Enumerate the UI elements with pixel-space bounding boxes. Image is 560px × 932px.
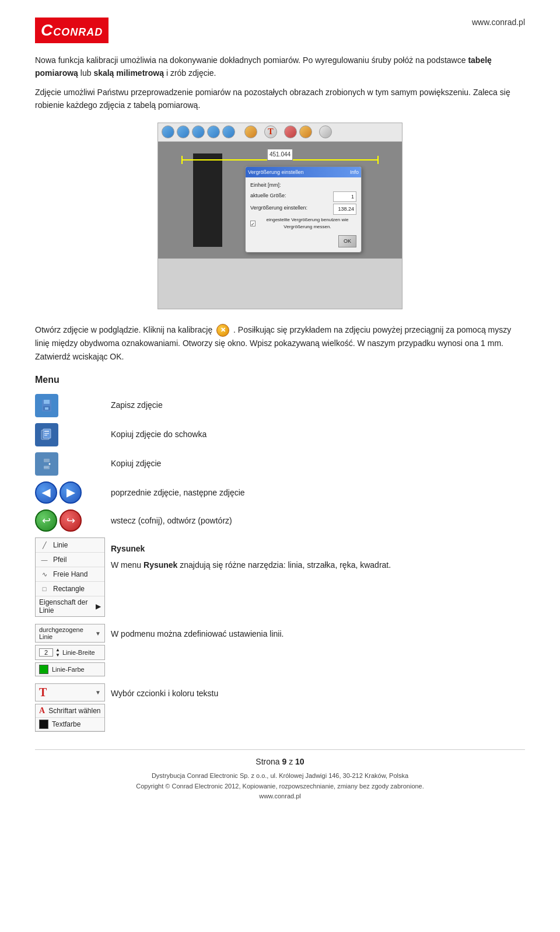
text-tool-icon: T xyxy=(39,686,47,699)
next-btn-icon: ▶ xyxy=(60,481,82,504)
page-number: Strona 9 z 10 xyxy=(35,757,525,766)
font-schriftart-label: Schriftart wählen xyxy=(48,707,100,715)
menu-item-undo-redo: ↩ ↪ wstecz (cofnij), odtwórz (powtórz) xyxy=(35,509,525,532)
copy-clipboard-icon xyxy=(35,423,58,446)
print-icon xyxy=(35,452,58,476)
dialog-checkbox: ✓ eingestellte Vergrößerung benutzen wie… xyxy=(250,217,356,232)
linie-label: Linie xyxy=(53,541,68,549)
menu-item-print: Kopiuj zdjęcie xyxy=(35,452,525,476)
paragraph-1: Nowa funkcja kalibracji umożliwia na dok… xyxy=(35,54,525,80)
para1-start: Nowa funkcja kalibracji umożliwia na dok… xyxy=(35,55,468,65)
ruler-line: 451.044 xyxy=(181,159,379,160)
checkbox-label: eingestellte Vergrößerung benutzen wie V… xyxy=(258,217,356,232)
font-textfarbe-row: Textfarbe xyxy=(36,718,104,731)
undo-redo-icon-area: ↩ ↪ xyxy=(35,509,111,532)
undo-icon: ↩ xyxy=(35,509,57,532)
pfeil-icon: — xyxy=(39,554,50,565)
copyright-line: Copyright © Conrad Electronic 2012, Kopi… xyxy=(35,781,525,792)
prev-next-text: poprzednie zdjęcie, następne zdjęcie xyxy=(111,481,525,499)
tb-btn-5 xyxy=(222,125,235,138)
dialog-info: Info xyxy=(350,168,359,176)
line-width-value: 2 xyxy=(39,648,53,657)
dialog-row-1: Einheit [mm]: xyxy=(250,181,356,189)
svg-rect-6 xyxy=(44,431,49,432)
font-schriftart-row: A Schriftart wählen xyxy=(36,704,104,718)
redo-icon: ↪ xyxy=(60,509,82,532)
header: CCONRAD www.conrad.pl xyxy=(35,18,525,43)
undo-redo-icons: ↩ ↪ xyxy=(35,509,82,532)
line-width-row: 2 ▲ ▼ Linie-Breite xyxy=(35,645,105,660)
para1-bold2: skalą milimetrową xyxy=(93,68,164,78)
dark-bar xyxy=(193,153,222,247)
menu-title: Menu xyxy=(35,375,525,385)
checkbox-box: ✓ xyxy=(250,221,256,226)
eigenschaft-label: Eigenschaft der Linie xyxy=(39,598,92,615)
menu-item-prev-next: ◀ ▶ poprzednie zdjęcie, następne zdjęcie xyxy=(35,481,525,504)
company-address: Dystrybucja Conrad Electronic Sp. z o.o.… xyxy=(35,771,525,781)
draw-text: Rysunek W menu Rysunek znajdują się różn… xyxy=(111,537,525,572)
line-width-label: Linie-Breite xyxy=(62,649,95,656)
paragraph-2: Zdjęcie umożliwi Państwu przeprowadzenie… xyxy=(35,86,525,112)
spinner-up: ▲ xyxy=(55,647,60,652)
logo: CCONRAD xyxy=(35,18,105,43)
dropdown-arrow-icon: ▼ xyxy=(95,630,101,637)
website-url: www.conrad.pl xyxy=(472,18,525,27)
save-icon xyxy=(35,394,58,417)
save-text: Zapisz zdjęcie xyxy=(111,394,525,411)
footer-company: Dystrybucja Conrad Electronic Sp. z o.o.… xyxy=(35,771,525,802)
menu-item-line-style: durchgezogene Linie ▼ 2 ▲ ▼ Linie-Breite xyxy=(35,623,525,676)
font-menu-box: A Schriftart wählen Textfarbe xyxy=(35,704,105,732)
svg-rect-7 xyxy=(44,433,49,434)
nav-icons: ◀ ▶ xyxy=(35,481,82,504)
line-style-text: W podmenu można zdefiniować ustawienia l… xyxy=(111,623,525,640)
page: CCONRAD www.conrad.pl Nowa funkcja kalib… xyxy=(0,0,560,814)
tb-btn-edit xyxy=(244,125,257,138)
logo-c: C xyxy=(41,21,53,39)
calibration-dialog: Vergrößerung einstellen Info Einheit [mm… xyxy=(245,166,362,253)
ruler-end-left xyxy=(181,156,183,164)
font-controls: T ▼ A Schriftart wählen Textfarbe xyxy=(35,682,105,732)
prev-next-icon-area: ◀ ▶ xyxy=(35,481,111,504)
main-content: Nowa funkcja kalibracji umożliwia na dok… xyxy=(35,54,525,363)
font-color-swatch xyxy=(39,720,48,729)
tb-btn-t: T xyxy=(264,125,277,138)
line-style-dropdown: durchgezogene Linie ▼ xyxy=(35,624,105,643)
line-color-row: Linie-Farbe xyxy=(35,662,105,676)
menu-item-draw: ╱ Linie — Pfeil ∿ Freie Hand □ Rectangle xyxy=(35,537,525,617)
menu-item-save: Zapisz zdjęcie xyxy=(35,394,525,417)
screenshot-image: T 451.044 xyxy=(158,123,402,309)
freihand-icon: ∿ xyxy=(39,569,50,580)
page-footer: Strona 9 z 10 Dystrybucja Conrad Electro… xyxy=(35,749,525,802)
draw-menu-freihand: ∿ Freie Hand xyxy=(36,567,104,582)
tb-btn-o xyxy=(299,125,312,138)
tb-btn-r xyxy=(284,125,297,138)
dialog-row-3: Vergrößerung einstellen: 138.24 xyxy=(250,204,356,214)
screenshot-main-area: 451.044 Vergrößerung einstellen Info Ein… xyxy=(158,142,402,259)
svg-rect-10 xyxy=(44,459,50,462)
dialog-ok-button[interactable]: OK xyxy=(338,235,356,247)
svg-rect-1 xyxy=(44,400,50,404)
pfeil-label: Pfeil xyxy=(53,556,66,564)
dialog-field1-label: Einheit [mm]: xyxy=(250,181,281,189)
page-text: Strona xyxy=(256,757,279,766)
spinner-down: ▼ xyxy=(55,652,60,658)
paragraph-3: Otwórz zdjęcie w podglądzie. Kliknij na … xyxy=(35,323,525,363)
dialog-title: Vergrößerung einstellen Info xyxy=(246,167,361,177)
copy-clipboard-icon-area xyxy=(35,423,111,446)
tb-btn-1 xyxy=(162,125,174,138)
tb-btn-g xyxy=(319,125,332,138)
draw-menu-pfeil: — Pfeil xyxy=(36,553,104,567)
dialog-field3-value: 138.24 xyxy=(333,204,356,214)
copyright-text: Copyright © Conrad Electronic 2012, Kopi… xyxy=(136,783,424,790)
menu-item-copy-clipboard: Kopiuj zdjęcie do schowka xyxy=(35,423,525,446)
tb-btn-2 xyxy=(177,125,190,138)
copy-clipboard-text: Kopiuj zdjęcie do schowka xyxy=(111,423,525,441)
draw-icon-area: ╱ Linie — Pfeil ∿ Freie Hand □ Rectangle xyxy=(35,537,111,617)
ruler-label: 451.044 xyxy=(267,149,293,160)
tb-btn-3 xyxy=(192,125,205,138)
dialog-field2-value: 1 xyxy=(333,191,356,202)
rysunek-bold-label: Rysunek xyxy=(111,542,525,555)
svg-rect-3 xyxy=(45,407,48,410)
menu-section: Menu Zapisz zdjęcie xyxy=(35,375,525,732)
calibration-icon: ✕ xyxy=(216,324,229,337)
